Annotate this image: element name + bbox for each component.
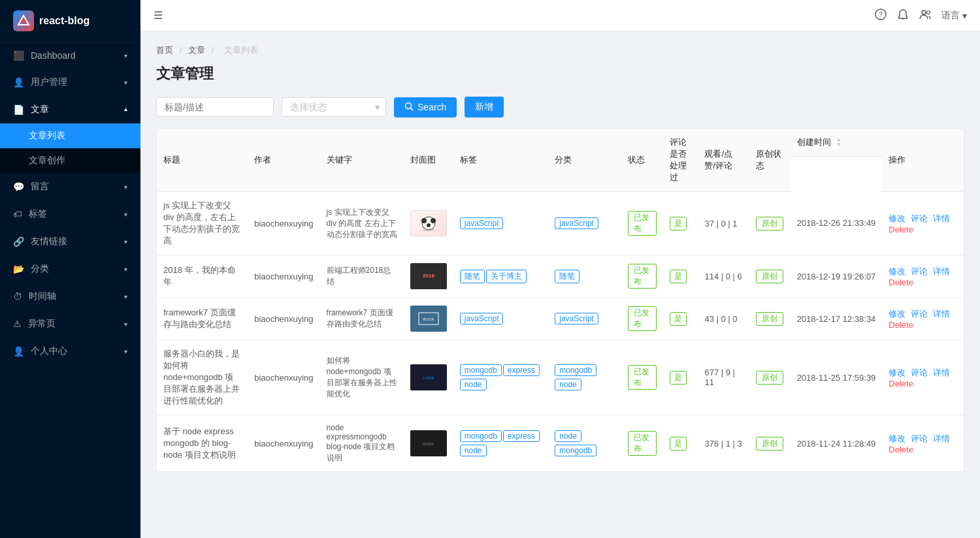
cell-keyword: 前端工程师2018总结 [320,255,404,298]
article-submenu: 文章列表 文章创作 [0,123,140,173]
user-icon: 👤 [13,77,24,87]
cell-title: 基于 node express mongodb 的 blog-node 项目文档… [157,415,248,472]
main-area: ☰ ? [140,0,980,538]
original-badge: 原创 [756,312,783,326]
sidebar-item-personal[interactable]: 👤 个人中心 ▾ [0,338,140,365]
users-icon[interactable] [919,8,931,23]
bell-icon[interactable] [897,8,909,23]
breadcrumb-sep1: / [180,45,182,55]
cell-comment-handled: 是 [663,415,698,472]
cell-categories: javaScript [548,192,621,255]
search-button-label: Search [417,102,446,112]
action-详情[interactable]: 详情 [933,368,950,377]
article-create-label: 文章创作 [29,155,65,165]
sidebar-item-tag[interactable]: 🏷 标签 ▾ [0,200,140,228]
action-详情[interactable]: 详情 [933,214,950,223]
status-badge: 已发布 [628,264,657,289]
category-badge: mongodb [555,445,596,456]
comment-handled-badge: 是 [670,217,687,230]
cell-categories: javaScript [548,298,621,340]
cell-original: 原创 [749,298,791,340]
category-badge: javaScript [555,313,598,324]
sidebar-item-category[interactable]: 📂 分类 ▾ [0,255,140,283]
category-badge: node [555,430,581,442]
sidebar-item-error-page[interactable]: ⚠ 异常页 ▾ [0,310,140,338]
action-修改[interactable]: 修改 [889,434,906,443]
action-评论[interactable]: 评论 [911,368,928,377]
sort-icon[interactable]: ▲ ▼ [836,137,841,148]
action-修改[interactable]: 修改 [889,266,906,276]
cell-keyword: node expressmongodb blog-node 项目文档说明 [320,415,404,472]
sidebar-item-article[interactable]: 📄 文章 ▾ [0,96,140,123]
action-delete[interactable]: Delete [889,445,913,454]
action-评论[interactable]: 评论 [911,309,928,319]
sidebar-label-personal: 个人中心 [31,345,67,357]
breadcrumb-sep2: / [212,45,214,55]
title-search-input[interactable] [156,97,274,117]
chevron-icon: ▾ [124,348,127,355]
logo[interactable]: react-blog [0,0,140,42]
cell-title: 2018 年，我的本命年 [157,255,248,298]
sidebar-item-dashboard[interactable]: ⬛ Dashboard ▾ [0,42,140,69]
search-button[interactable]: Search [394,97,457,118]
cell-categories: 随笔 [548,255,621,298]
warning-icon: ⚠ [13,319,22,329]
action-修改[interactable]: 修改 [889,214,906,223]
original-badge: 原创 [756,371,783,385]
cell-stats: 114 | 0 | 6 [698,255,749,298]
personal-icon: 👤 [13,346,24,356]
sidebar-label-timeline: 时间轴 [29,291,56,302]
help-icon[interactable]: ? [875,8,887,23]
sidebar-item-user-management[interactable]: 👤 用户管理 ▾ [0,69,140,96]
cell-actions: 修改评论详情Delete [882,255,964,298]
menu-toggle-icon[interactable]: ☰ [154,9,163,22]
action-delete[interactable]: Delete [889,225,913,234]
action-评论[interactable]: 评论 [911,266,928,276]
sidebar-item-comment[interactable]: 💬 留言 ▾ [0,173,140,200]
sidebar-label-comment: 留言 [31,181,49,193]
svg-text:2018: 2018 [423,273,434,279]
breadcrumb-article[interactable]: 文章 [188,45,205,55]
col-comment-handled: 评论是否处理过 [663,129,698,192]
cell-cover: BOOK [404,298,453,340]
original-badge: 原创 [756,437,783,451]
category-icon: 📂 [13,264,24,274]
language-button[interactable]: 语言 ▾ [941,10,967,22]
cell-title: js 实现上下改变父 div 的高度，左右上下动态分割孩子的宽高 [157,192,248,255]
add-button[interactable]: 新增 [465,97,504,118]
cell-title: 服务器小白的我，是如何将 node+mongodb 项目部署在服务器上并进行性能… [157,340,248,415]
comment-handled-badge: 是 [670,371,687,385]
sidebar-item-article-list[interactable]: 文章列表 [0,123,140,148]
action-评论[interactable]: 评论 [911,434,928,443]
sidebar-item-friend-link[interactable]: 🔗 友情链接 ▾ [0,228,140,255]
col-stats: 观看/点赞/评论 [698,129,749,192]
action-详情[interactable]: 详情 [933,309,950,319]
col-original: 原创状态 [749,129,791,192]
language-label: 语言 [941,10,960,22]
action-评论[interactable]: 评论 [911,214,928,223]
sidebar-item-timeline[interactable]: ⏱ 时间轴 ▾ [0,283,140,310]
cell-actions: 修改评论详情Delete [882,298,964,340]
cell-cover: PANDA [404,192,453,255]
sidebar: react-blog ⬛ Dashboard ▾ 👤 用户管理 ▾ 📄 文章 ▾… [0,0,140,538]
status-select[interactable]: 选择状态 已发布 草稿 [282,97,386,117]
category-badge: node [555,379,581,390]
action-delete[interactable]: Delete [889,320,913,330]
action-修改[interactable]: 修改 [889,309,906,319]
action-delete[interactable]: Delete [889,379,913,388]
category-badge: 随笔 [555,270,580,283]
tag-badge: javaScript [460,217,504,229]
action-delete[interactable]: Delete [889,277,913,287]
action-详情[interactable]: 详情 [933,434,950,443]
content-area: 首页 / 文章 / 文章列表 文章管理 选择状态 已发布 草稿 [140,31,980,538]
breadcrumb-home[interactable]: 首页 [156,45,173,55]
action-修改[interactable]: 修改 [889,368,906,377]
cell-author: biaochenxuying [248,340,319,415]
table-row: js 实现上下改变父 div 的高度，左右上下动态分割孩子的宽高 biaoche… [157,192,964,255]
action-详情[interactable]: 详情 [933,266,950,276]
sidebar-item-article-create[interactable]: 文章创作 [0,148,140,173]
table-header-row: 标题 作者 关键字 封面图 标签 分类 状态 评论是否处理过 观看/点赞/评论 … [157,129,964,192]
cell-status: 已发布 [621,298,663,340]
cell-comment-handled: 是 [663,255,698,298]
comment-icon: 💬 [13,182,24,192]
